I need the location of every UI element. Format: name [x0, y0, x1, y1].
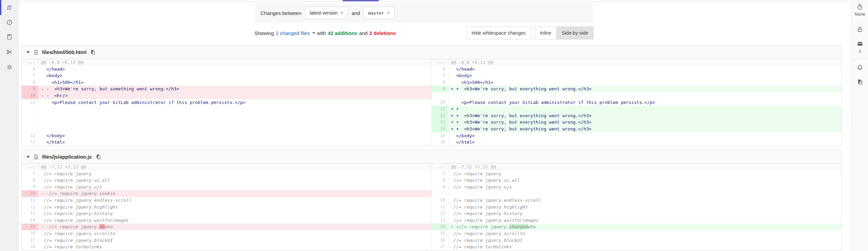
diff-line-number[interactable]: 7: [22, 171, 39, 177]
diff-line-number[interactable]: 9: [22, 86, 39, 92]
diff-line-code: + + <h3>We're sorry, but everything went…: [448, 86, 841, 92]
diff-line-code: @@ -7,12 +7,11 @@: [448, 164, 841, 171]
diff-line-number[interactable]: 9: [431, 86, 448, 92]
diff-line-number[interactable]: 16: [431, 237, 448, 244]
sidebar-item-merge-request[interactable]: [0, 0, 19, 15]
diff-line-code: <h1>500</h1>: [39, 79, 431, 86]
and-label: and: [359, 30, 368, 36]
bell-icon: [856, 64, 864, 71]
diff-line-code: //= require jquery.blockUI: [39, 237, 431, 244]
version-to-value: master: [368, 11, 384, 16]
diff-line-number[interactable]: 11: [22, 197, 39, 204]
diff-line-number[interactable]: 7: [431, 72, 448, 79]
diff-line-code: //= require jquery.ui.all: [448, 177, 841, 184]
additions-count: 42 additions: [328, 30, 358, 36]
sidebar-item-settings[interactable]: [0, 60, 19, 74]
diff-line-number[interactable]: 8: [431, 79, 448, 86]
diff-line-number[interactable]: 13: [431, 217, 448, 224]
diff-line-number[interactable]: 9: [431, 184, 448, 191]
diff-line-code: </html>: [448, 139, 841, 146]
diff-line-number[interactable]: 8: [22, 79, 39, 86]
diff-line-number[interactable]: 6: [22, 66, 39, 73]
participants-item[interactable]: 1: [852, 40, 868, 54]
sidebar-item-snippets[interactable]: [0, 44, 19, 59]
diff-view-actions: Hide whitespace changes Inline Side-by-s…: [466, 26, 594, 39]
diff-line-number[interactable]: 12: [22, 132, 39, 139]
diff-line-number[interactable]: 13: [22, 139, 39, 146]
diff-line-number[interactable]: 9: [22, 184, 39, 191]
time-tracking-item[interactable]: None: [852, 3, 868, 17]
diff-line-number[interactable]: 10: [431, 197, 448, 204]
diff-file-card: files/js/application.js ...@@ -7,12 +7,1…: [21, 150, 842, 251]
diff-line-number[interactable]: 13: [22, 210, 39, 217]
notifications-item[interactable]: [852, 64, 868, 71]
file-header: files/js/application.js: [22, 150, 841, 164]
diff-file-card: files/html/500.html ...@@ -6,8 +6,11 @@.…: [21, 45, 842, 146]
diff-line-number[interactable]: 16: [431, 139, 448, 146]
diff-line-number[interactable]: 7: [22, 72, 39, 79]
active-tab-indicator: [343, 0, 379, 1]
book-icon: [6, 33, 13, 40]
diff-line-number[interactable]: 18: [22, 244, 39, 250]
diff-line-code: + + <h3>We're sorry, but everything went…: [448, 112, 841, 119]
diff-line-code: //= require jquery.scrollto: [448, 230, 841, 237]
diff-line-number[interactable]: 7: [431, 171, 448, 177]
file-path[interactable]: files/js/application.js: [42, 154, 92, 160]
diff-line-number[interactable]: 10: [22, 92, 39, 99]
diff-line-code: <body>: [448, 72, 841, 79]
diff-line-number[interactable]: 15: [22, 223, 39, 230]
diff-line-code: - -//= require jquery.atwho: [39, 223, 431, 230]
version-from-dropdown[interactable]: latest version: [305, 7, 348, 19]
diff-line-number: ...: [431, 59, 448, 66]
diff-line-number[interactable]: 8: [22, 177, 39, 184]
collapse-caret-icon[interactable]: [26, 156, 30, 158]
diff-line-number[interactable]: 15: [431, 230, 448, 237]
diff-line-code: + +: [448, 106, 841, 112]
diff-line-number[interactable]: 8: [431, 177, 448, 184]
side-by-side-view-button[interactable]: Side-by-side: [556, 26, 594, 39]
diff-line-number[interactable]: 11: [431, 204, 448, 211]
sidebar-item-dashboard[interactable]: [0, 15, 19, 30]
inline-view-button[interactable]: Inline: [535, 26, 556, 39]
hide-whitespace-button[interactable]: Hide whitespace changes: [466, 26, 531, 39]
diff-line-number[interactable]: 16: [22, 230, 39, 237]
diff-line-number[interactable]: 17: [431, 244, 448, 250]
diff-line-number[interactable]: 10: [22, 190, 39, 197]
sidebar-item-notebook[interactable]: [0, 30, 19, 44]
diff-line-number: [22, 119, 39, 126]
file-path[interactable]: files/html/500.html: [42, 49, 86, 55]
copy-path-button[interactable]: [95, 154, 101, 160]
changed-files-dropdown-link[interactable]: 2 changed files: [276, 30, 310, 36]
time-tracking-value: None: [854, 12, 865, 17]
diff-line-number[interactable]: 12: [431, 210, 448, 217]
diff-line-number[interactable]: 17: [22, 237, 39, 244]
diff-line-number[interactable]: 12: [22, 204, 39, 211]
collapse-caret-icon[interactable]: [26, 51, 30, 53]
diff-line-number[interactable]: 13: [431, 119, 448, 126]
diff-line-code: //= require jquery.blockUI: [448, 237, 841, 244]
people-icon: [856, 40, 864, 48]
diff-line-number[interactable]: 12: [431, 112, 448, 119]
diff-line-code: //= require turbolinks: [448, 244, 841, 250]
version-to-dropdown[interactable]: master: [363, 7, 394, 19]
diff-line-code: //= require jquery_ujs: [39, 184, 431, 191]
diff-line-number[interactable]: 6: [431, 66, 448, 73]
scissors-icon: [6, 48, 13, 56]
diff-line-number[interactable]: 14: [22, 217, 39, 224]
diff-line-number[interactable]: 10: [431, 99, 448, 106]
diff-line-code: [39, 119, 431, 126]
diff-table: ...@@ -7,12 +7,11 @@...@@ -7,12 +7,11 @@…: [22, 164, 841, 250]
chevron-down-icon[interactable]: [312, 32, 315, 34]
diff-line-number[interactable]: 11: [431, 106, 448, 112]
copy-path-button[interactable]: [90, 49, 96, 56]
diff-line-number[interactable]: 11: [22, 99, 39, 106]
lock-item[interactable]: [852, 26, 868, 33]
diff-line-number[interactable]: 15: [431, 132, 448, 139]
diff-line-number[interactable]: 14: [431, 223, 448, 230]
diff-line-number[interactable]: 14: [431, 126, 448, 132]
diff-line-code: //= require jquery.ui.all: [39, 177, 431, 184]
diff-line-code: - -//= require jquery.cookie: [39, 190, 431, 197]
diff-line-code: //= require jquery.scrollto: [39, 230, 431, 237]
and-label: and: [351, 10, 360, 16]
copy-reference-item[interactable]: [852, 78, 868, 86]
